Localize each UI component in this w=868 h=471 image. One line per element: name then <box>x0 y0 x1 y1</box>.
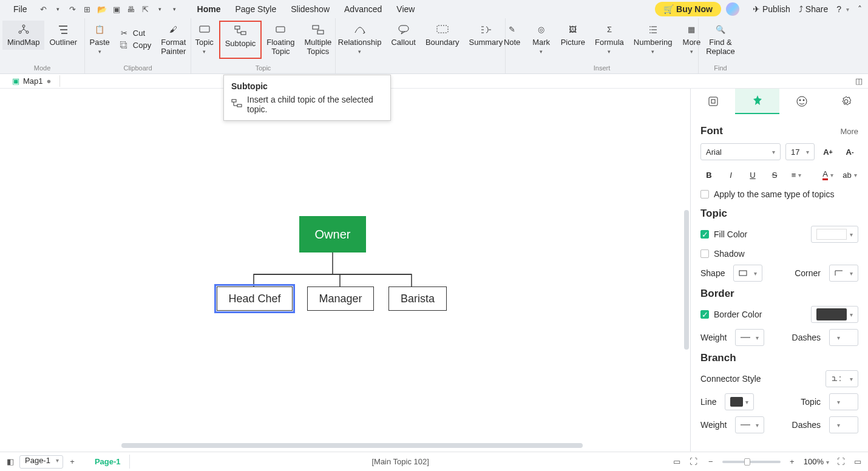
italic-button[interactable]: I <box>722 166 739 183</box>
branch-line-select[interactable]: ▾ <box>725 393 754 410</box>
share-button[interactable]: ⤴Share <box>799 4 828 14</box>
document-tab[interactable]: ▣ Map1 ● <box>4 75 60 87</box>
page-tab[interactable]: Page-1 <box>86 455 130 469</box>
tab-slideshow[interactable]: Slideshow <box>283 2 337 16</box>
align-button[interactable]: ≡▾ <box>788 166 805 183</box>
shape-select[interactable]: ▾ <box>733 265 762 282</box>
qat-more-icon[interactable]: ▾ <box>169 4 180 15</box>
zoom-slider[interactable] <box>722 461 781 463</box>
zoom-out-button[interactable]: − <box>705 456 716 467</box>
font-color-button[interactable]: A▾ <box>819 166 836 183</box>
avatar[interactable] <box>726 2 739 16</box>
tab-view[interactable]: View <box>389 2 422 16</box>
formula-button[interactable]: ΣFormula▾ <box>590 21 629 57</box>
relationship-button[interactable]: Relationship▾ <box>333 21 387 57</box>
branch-dashes-select[interactable]: ▾ <box>829 416 858 433</box>
fill-color-select[interactable]: ▾ <box>811 226 858 243</box>
doc-icon: ▣ <box>12 76 19 86</box>
border-weight-label: Weight <box>700 333 727 342</box>
mindmap-button[interactable]: MindMap <box>2 21 44 50</box>
panel-tab-settings[interactable] <box>824 89 868 114</box>
strikethrough-button[interactable]: S <box>766 166 783 183</box>
underline-button[interactable]: U <box>744 166 761 183</box>
connector-style-select[interactable]: ▾ <box>826 370 858 387</box>
panel-tab-outline[interactable] <box>691 89 735 114</box>
branch-weight-select[interactable]: ▾ <box>735 416 764 433</box>
boundary-button[interactable]: Boundary <box>421 21 464 57</box>
node-root[interactable]: Owner <box>299 216 366 252</box>
sidebar-toggle-icon[interactable]: ◧ <box>5 456 16 467</box>
floating-topic-button[interactable]: Floating Topic <box>262 21 299 59</box>
fit-icon[interactable]: ⛶ <box>688 456 699 467</box>
zoom-in-button[interactable]: + <box>787 456 798 467</box>
svg-rect-6 <box>276 27 285 32</box>
tab-advanced[interactable]: Advanced <box>337 2 389 16</box>
new-icon[interactable]: ⊞ <box>82 4 93 15</box>
tab-home[interactable]: Home <box>190 2 228 16</box>
cut-button[interactable]: ✂Cut <box>115 27 156 39</box>
zoom-level[interactable]: 100%▾ <box>804 457 829 466</box>
undo-icon[interactable]: ↶ <box>38 4 49 15</box>
tab-page-style[interactable]: Page Style <box>228 2 283 16</box>
collapse-ribbon-icon[interactable]: ˄ <box>858 4 862 14</box>
page-select[interactable]: Page-1 <box>19 455 63 469</box>
export-icon[interactable]: ⇱ <box>140 4 151 15</box>
buy-now-button[interactable]: 🛒Buy Now <box>655 2 721 16</box>
corner-select[interactable]: ▾ <box>829 265 858 282</box>
open-icon[interactable]: 📂 <box>97 4 107 15</box>
redo-icon[interactable]: ↷ <box>67 4 78 15</box>
border-color-checkbox[interactable]: ✓ <box>700 310 709 319</box>
bold-button[interactable]: B <box>700 166 717 183</box>
mindmap-icon <box>17 23 30 36</box>
node-manager[interactable]: Manager <box>307 286 374 311</box>
qat-dropdown-icon[interactable]: ▾ <box>155 4 166 15</box>
font-increase-button[interactable]: A+ <box>819 143 836 160</box>
border-color-select[interactable]: ▾ <box>811 306 858 323</box>
more-icon: ▦ <box>685 23 698 36</box>
note-button[interactable]: ✎Note <box>498 21 527 57</box>
shadow-checkbox[interactable] <box>700 249 709 258</box>
fill-color-checkbox[interactable]: ✓ <box>700 230 709 239</box>
multiple-topics-button[interactable]: Multiple Topics <box>300 21 337 59</box>
border-dashes-select[interactable]: ▾ <box>829 329 858 346</box>
boundary-icon <box>436 23 449 36</box>
apply-same-checkbox[interactable] <box>700 190 709 198</box>
panel-tab-emoji[interactable] <box>779 89 824 114</box>
picture-button[interactable]: 🖼Picture <box>556 21 590 57</box>
font-more-link[interactable]: More <box>840 127 858 136</box>
horizontal-scrollbar[interactable] <box>121 443 583 448</box>
topic-button[interactable]: Topic▾ <box>190 21 219 59</box>
menu-file[interactable]: File <box>6 2 35 16</box>
help-button[interactable]: ?▾ <box>836 4 849 14</box>
copy-button[interactable]: ⿻Copy <box>115 39 156 52</box>
paste-button[interactable]: 📋 Paste▾ <box>85 21 115 59</box>
minimize-panel-icon[interactable]: ▭ <box>852 456 863 467</box>
numbering-button[interactable]: Numbering▾ <box>629 21 677 57</box>
font-decrease-button[interactable]: A- <box>841 143 858 160</box>
font-family-select[interactable]: Arial▾ <box>700 143 781 160</box>
font-size-select[interactable]: 17▾ <box>785 143 815 160</box>
callout-button[interactable]: Callout <box>386 21 420 57</box>
find-replace-button[interactable]: 🔍Find & Replace <box>701 21 740 59</box>
canvas[interactable]: Owner Head Chef Manager Barista <box>0 89 690 452</box>
branch-topic-select[interactable]: ▾ <box>829 393 858 410</box>
panel-tab-style[interactable] <box>735 89 779 114</box>
panel-toggle-icon[interactable]: ◫ <box>853 75 864 86</box>
add-page-button[interactable]: + <box>67 456 78 467</box>
vertical-scrollbar[interactable] <box>684 210 689 350</box>
outliner-button[interactable]: Outliner <box>44 21 82 50</box>
save-icon[interactable]: ▣ <box>111 4 122 15</box>
border-weight-select[interactable]: ▾ <box>735 329 764 346</box>
presentation-icon[interactable]: ▭ <box>671 456 682 467</box>
connector-style-label: Connector Style <box>700 374 761 384</box>
text-transform-button[interactable]: ab▾ <box>841 166 858 183</box>
node-barista[interactable]: Barista <box>388 286 447 311</box>
print-icon[interactable]: 🖶 <box>126 4 137 15</box>
publish-button[interactable]: ✈Publish <box>753 4 790 14</box>
fullscreen-icon[interactable]: ⛶ <box>835 456 846 467</box>
undo-dropdown-icon[interactable]: ▾ <box>53 4 64 15</box>
mark-button[interactable]: ◎Mark▾ <box>527 21 556 57</box>
format-painter-button[interactable]: 🖌 Format Painter <box>156 21 191 59</box>
subtopic-button[interactable]: Subtopic <box>219 21 262 59</box>
node-head-chef[interactable]: Head Chef <box>217 286 293 311</box>
